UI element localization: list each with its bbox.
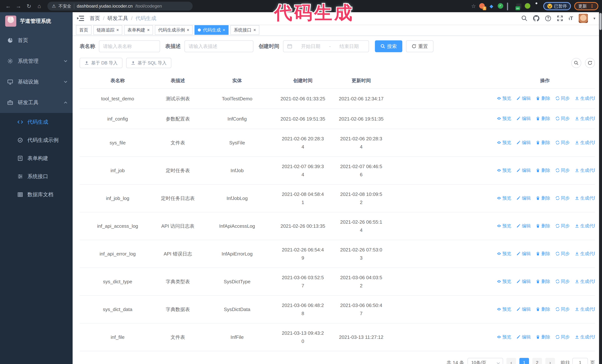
page-button-1[interactable]: 1	[519, 358, 529, 364]
delete-link[interactable]: 删除	[536, 94, 550, 102]
delete-link[interactable]: 删除	[536, 305, 550, 313]
github-icon[interactable]	[533, 15, 539, 21]
delete-link[interactable]: 删除	[536, 222, 550, 230]
edit-link[interactable]: 编辑	[516, 305, 531, 313]
sync-link[interactable]: 同步	[555, 194, 570, 202]
edit-link[interactable]: 编辑	[516, 222, 531, 230]
help-icon[interactable]	[545, 15, 551, 21]
page-button-2[interactable]: 2	[532, 358, 542, 364]
generate-code-link[interactable]: 生成代码	[575, 114, 595, 123]
edit-link[interactable]: 编辑	[516, 250, 531, 258]
sync-link[interactable]: 同步	[555, 250, 570, 258]
table-desc-input[interactable]	[189, 43, 249, 49]
tab-codegen-example[interactable]: 代码生成示例	[155, 25, 193, 35]
sync-link[interactable]: 同步	[555, 138, 570, 147]
browser-menu-icon[interactable]: ⋮	[590, 3, 594, 9]
reload-icon[interactable]: ↻	[24, 2, 33, 10]
extension-icon-4[interactable]	[507, 3, 508, 10]
hamburger-icon[interactable]	[77, 15, 85, 21]
edit-link[interactable]: 编辑	[516, 114, 531, 123]
generate-code-link[interactable]: 生成代码	[575, 94, 595, 102]
delete-link[interactable]: 删除	[536, 250, 550, 258]
sidebar-item-system-api[interactable]: 系统接口	[0, 167, 73, 186]
date-range-picker[interactable]: 开始日期 - 结束日期	[283, 40, 369, 52]
sidebar-item-system[interactable]: 系统管理	[0, 51, 73, 72]
close-icon[interactable]	[187, 28, 189, 32]
preview-link[interactable]: 预览	[497, 250, 511, 258]
bookmark-star-icon[interactable]: ☆	[471, 3, 476, 9]
table-row[interactable]: inf_api_access_log API 访问日志表 InfApiAcces…	[80, 212, 595, 240]
table-row[interactable]: inf_api_error_log API 错误日志 InfApiErrorLo…	[80, 240, 595, 268]
address-bar[interactable]: ⚠ 不安全 dashboard.yudao.iocoder.cn/tool/co…	[47, 2, 193, 10]
scrollbar-thumb[interactable]	[599, 13, 602, 30]
text-size-icon[interactable]: tT	[569, 16, 573, 21]
table-row[interactable]: inf_job 定时任务表 InfJob 2021-02-07 06:39:3 …	[80, 157, 595, 184]
generate-code-link[interactable]: 生成代码	[575, 305, 595, 313]
generate-code-link[interactable]: 生成代码	[575, 250, 595, 258]
generate-code-link[interactable]: 生成代码	[575, 166, 595, 174]
scrollbar[interactable]	[599, 12, 602, 364]
preview-link[interactable]: 预览	[497, 94, 511, 102]
preview-link[interactable]: 预览	[497, 333, 511, 341]
close-icon[interactable]	[253, 28, 256, 32]
sidebar-item-home[interactable]: 首页	[0, 30, 73, 51]
forward-icon[interactable]: →	[14, 2, 23, 10]
generate-code-link[interactable]: 生成代码	[575, 333, 595, 341]
table-row[interactable]: inf_config 参数配置表 InfConfig 2021-02-06 19…	[80, 109, 595, 129]
delete-link[interactable]: 删除	[536, 333, 550, 341]
search-button[interactable]: 搜索	[375, 40, 402, 52]
sidebar-item-form-builder[interactable]: 表单构建	[0, 149, 73, 167]
generate-code-link[interactable]: 生成代码	[575, 194, 595, 202]
toggle-search-button[interactable]	[571, 58, 581, 68]
goto-page-input[interactable]	[572, 358, 588, 364]
table-row[interactable]: inf_file 文件表 InfFile 2021-03-13 09:43:2 …	[80, 323, 595, 351]
table-row[interactable]: inf_job_log 定时任务日志表 InfJobLog 2021-02-08…	[80, 184, 595, 212]
delete-link[interactable]: 删除	[536, 166, 550, 174]
prev-page-button[interactable]: ‹	[506, 358, 516, 364]
sync-link[interactable]: 同步	[555, 222, 570, 230]
sync-link[interactable]: 同步	[555, 114, 570, 123]
breadcrumb-dev-tools[interactable]: 研发工具	[108, 15, 128, 22]
fullscreen-icon[interactable]	[557, 15, 563, 21]
home-icon[interactable]: ⌂	[35, 2, 44, 10]
tab-codegen[interactable]: 代码生成	[194, 25, 229, 35]
sidebar-item-infrastructure[interactable]: 基础设施	[0, 72, 73, 92]
tab-form-builder[interactable]: 表单构建	[124, 25, 153, 35]
delete-link[interactable]: 删除	[536, 114, 550, 123]
sidebar-item-codegen[interactable]: 代码生成	[0, 113, 73, 131]
delete-link[interactable]: 删除	[536, 277, 550, 285]
table-name-input[interactable]	[103, 43, 156, 49]
generate-code-link[interactable]: 生成代码	[575, 277, 595, 285]
table-row[interactable]: sys_file 文件表 SysFile 2021-02-06 20:28:3 …	[80, 129, 595, 157]
tab-system-api[interactable]: 系统接口	[230, 25, 259, 35]
reset-button[interactable]: 重置	[406, 40, 433, 52]
tab-home[interactable]: 首页	[76, 25, 92, 35]
close-icon[interactable]	[116, 28, 119, 32]
caret-down-icon[interactable]: ▾	[593, 16, 595, 21]
sidebar-item-db-docs[interactable]: 数据库文档	[0, 186, 73, 204]
tab-tracing[interactable]: 链路追踪	[93, 25, 122, 35]
edit-link[interactable]: 编辑	[516, 94, 531, 102]
search-icon[interactable]	[521, 15, 527, 21]
sync-link[interactable]: 同步	[555, 94, 570, 102]
next-page-button[interactable]: ›	[545, 358, 555, 364]
import-db-button[interactable]: 基于 DB 导入	[80, 58, 122, 68]
back-icon[interactable]: ←	[4, 2, 13, 10]
preview-link[interactable]: 预览	[497, 138, 511, 147]
edit-link[interactable]: 编辑	[516, 333, 531, 341]
import-sql-button[interactable]: 基于 SQL 导入	[126, 58, 171, 68]
sync-link[interactable]: 同步	[555, 277, 570, 285]
paused-profile-badge[interactable]: 已暂停	[543, 2, 571, 10]
breadcrumb-home[interactable]: 首页	[90, 15, 100, 22]
extension-icon-5[interactable]: on	[516, 3, 521, 9]
sync-link[interactable]: 同步	[555, 305, 570, 313]
preview-link[interactable]: 预览	[497, 277, 511, 285]
table-row[interactable]: sys_dict_type 字典类型表 SysDictType 2021-03-…	[80, 268, 595, 295]
page-size-select[interactable]: 10条/页	[468, 358, 503, 364]
update-button[interactable]: 更新⋮	[574, 2, 598, 10]
extension-icon-1[interactable]: 1	[479, 3, 485, 9]
preview-link[interactable]: 预览	[497, 222, 511, 230]
table-row[interactable]: tool_test_demo 测试示例表 ToolTestDemo 2021-0…	[80, 89, 595, 109]
preview-link[interactable]: 预览	[497, 166, 511, 174]
edit-link[interactable]: 编辑	[516, 194, 531, 202]
